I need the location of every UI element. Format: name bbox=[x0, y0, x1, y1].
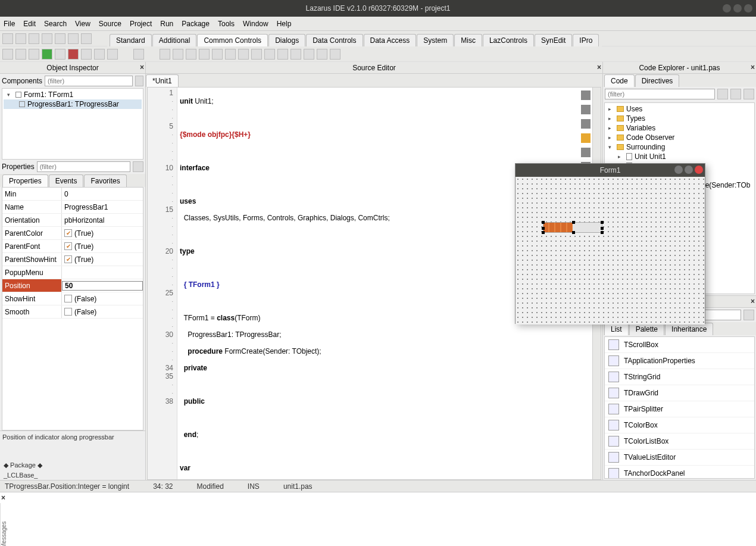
component-item[interactable]: TColorBox bbox=[605, 417, 754, 433]
component-item[interactable]: TDrawGrid bbox=[605, 385, 754, 401]
find-icon[interactable] bbox=[581, 105, 591, 114]
checkbox-icon[interactable] bbox=[64, 295, 72, 302]
pointer-icon[interactable] bbox=[133, 49, 144, 60]
palette-tab-lazcontrols[interactable]: LazControls bbox=[483, 34, 534, 46]
properties-filter-input[interactable] bbox=[37, 161, 130, 172]
pagecontrol-icon[interactable] bbox=[264, 49, 275, 60]
pause-icon[interactable] bbox=[55, 49, 65, 60]
options-icon[interactable] bbox=[730, 89, 741, 99]
explorer-filter-input[interactable] bbox=[605, 89, 715, 99]
palette-tab-misc[interactable]: Misc bbox=[454, 34, 482, 46]
close-icon[interactable]: × bbox=[751, 297, 755, 305]
trackbar-icon[interactable] bbox=[160, 49, 170, 60]
palette-tab-system[interactable]: System bbox=[417, 34, 454, 46]
filter-icon[interactable] bbox=[133, 161, 143, 172]
property-grid[interactable]: Min0 NameProgressBar1 OrientationpbHoriz… bbox=[2, 187, 143, 430]
maximize-icon[interactable] bbox=[733, 4, 742, 13]
progressbar-component[interactable] bbox=[543, 222, 602, 233]
step-out-icon[interactable] bbox=[107, 49, 118, 60]
checkbox-icon[interactable]: ✔ bbox=[64, 255, 72, 263]
folder-icon[interactable] bbox=[29, 33, 39, 44]
clear-icon[interactable] bbox=[743, 89, 754, 99]
close-icon[interactable]: × bbox=[140, 63, 144, 71]
statusbar-icon[interactable] bbox=[212, 49, 223, 60]
resize-handle[interactable] bbox=[601, 227, 604, 230]
filter-icon[interactable] bbox=[135, 76, 143, 86]
component-item[interactable]: TScrollBox bbox=[605, 337, 754, 353]
explorer-node[interactable]: ▸Uses bbox=[606, 104, 753, 114]
close-icon[interactable] bbox=[744, 4, 752, 13]
close-icon[interactable] bbox=[695, 166, 703, 174]
close-icon[interactable]: × bbox=[1, 494, 5, 502]
imagelist-icon[interactable] bbox=[304, 49, 314, 60]
form-designer-titlebar[interactable]: Form1 bbox=[516, 164, 705, 177]
explorer-node[interactable]: ▾Surrounding bbox=[606, 142, 753, 152]
tab-properties[interactable]: Properties bbox=[2, 174, 48, 187]
treeview-icon[interactable] bbox=[186, 49, 196, 60]
coolbar-icon[interactable] bbox=[238, 49, 249, 60]
tab-list[interactable]: List bbox=[604, 323, 629, 335]
save-icon[interactable] bbox=[42, 33, 52, 44]
menu-file[interactable]: File bbox=[4, 20, 15, 28]
form-icon[interactable] bbox=[68, 33, 79, 44]
resize-handle[interactable] bbox=[601, 221, 604, 224]
close-icon[interactable]: × bbox=[751, 63, 755, 71]
component-item[interactable]: TStringGrid bbox=[605, 369, 754, 385]
new-file-icon[interactable] bbox=[2, 33, 13, 44]
form-designer-window[interactable]: Form1 bbox=[515, 163, 705, 324]
explorer-node[interactable]: ▸Types bbox=[606, 114, 753, 123]
menu-tools[interactable]: Tools bbox=[218, 20, 235, 28]
tab-favorites[interactable]: Favorites bbox=[84, 174, 126, 187]
tab-events[interactable]: Events bbox=[49, 174, 84, 187]
stop-icon[interactable] bbox=[68, 49, 79, 60]
palette-tab-data-access[interactable]: Data Access bbox=[364, 34, 417, 46]
maximize-icon[interactable] bbox=[685, 166, 693, 174]
explorer-node[interactable]: ▸Code Observer bbox=[606, 133, 753, 142]
position-value-input[interactable]: 50 bbox=[62, 281, 143, 291]
open-file-icon[interactable] bbox=[15, 33, 26, 44]
tree-node-progressbar1[interactable]: ProgressBar1: TProgressBar bbox=[4, 99, 142, 109]
menu-source[interactable]: Source bbox=[99, 20, 121, 28]
explorer-node[interactable]: ▸Unit Unit1 bbox=[606, 152, 753, 161]
tabcontrol-icon[interactable] bbox=[277, 49, 288, 60]
monitor-icon[interactable] bbox=[81, 33, 92, 44]
resize-handle[interactable] bbox=[572, 221, 575, 224]
lightning-icon[interactable] bbox=[581, 133, 591, 143]
component-item[interactable]: TColorListBox bbox=[605, 433, 754, 450]
checkbox-icon[interactable] bbox=[64, 308, 72, 316]
toolbar-icon[interactable] bbox=[225, 49, 236, 60]
headercontrol-icon[interactable] bbox=[290, 49, 301, 60]
step-into-icon[interactable] bbox=[94, 49, 105, 60]
tab-directives[interactable]: Directives bbox=[635, 74, 680, 87]
editor-tab-unit1[interactable]: *Unit1 bbox=[146, 74, 179, 87]
step-over-icon[interactable] bbox=[81, 49, 92, 60]
tab-code[interactable]: Code bbox=[604, 74, 635, 87]
menu-package[interactable]: Package bbox=[182, 20, 210, 28]
resize-handle[interactable] bbox=[542, 221, 545, 224]
new-form-icon[interactable] bbox=[15, 49, 26, 60]
menu-view[interactable]: View bbox=[75, 20, 90, 28]
popupnotifier-icon[interactable] bbox=[317, 49, 327, 60]
tab-inheritance[interactable]: Inheritance bbox=[665, 323, 713, 335]
close-icon[interactable]: × bbox=[597, 63, 601, 71]
explorer-node[interactable]: ▸Variables bbox=[606, 123, 753, 133]
menu-edit[interactable]: Edit bbox=[23, 20, 36, 28]
palette-tab-data-controls[interactable]: Data Controls bbox=[306, 34, 363, 46]
palette-tab-dialogs[interactable]: Dialogs bbox=[268, 34, 305, 46]
updown-icon[interactable] bbox=[251, 49, 262, 60]
progressbar-icon[interactable] bbox=[173, 49, 183, 60]
component-tree[interactable]: ▾ Form1: TForm1 ProgressBar1: TProgressB… bbox=[2, 88, 143, 160]
palette-tab-ipro[interactable]: IPro bbox=[573, 34, 599, 46]
tree-node-form1[interactable]: ▾ Form1: TForm1 bbox=[4, 90, 142, 99]
refresh-icon[interactable] bbox=[717, 89, 728, 99]
datetimepicker-icon[interactable] bbox=[330, 49, 340, 60]
menu-run[interactable]: Run bbox=[160, 20, 173, 28]
save-all-icon[interactable] bbox=[55, 33, 65, 44]
menu-help[interactable]: Help bbox=[277, 20, 292, 28]
search-icon[interactable] bbox=[581, 91, 591, 100]
checkbox-icon[interactable]: ✔ bbox=[64, 229, 72, 237]
form-designer-canvas[interactable] bbox=[516, 177, 705, 325]
resize-handle[interactable] bbox=[572, 231, 575, 234]
gear-icon[interactable] bbox=[29, 49, 39, 60]
minimize-icon[interactable] bbox=[674, 166, 683, 174]
